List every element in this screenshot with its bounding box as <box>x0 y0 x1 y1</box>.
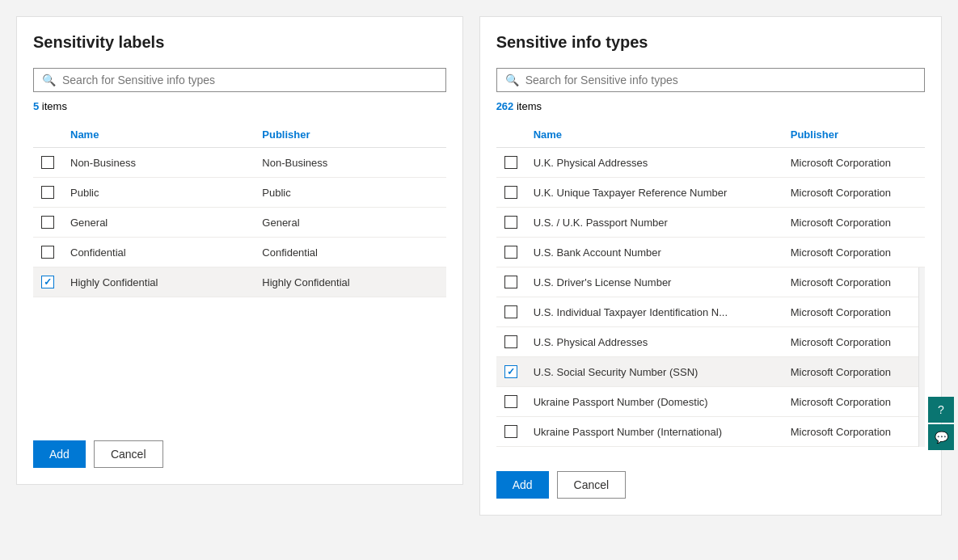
left-table: Name Publisher Non-Business Non-Business <box>33 122 446 297</box>
side-action-buttons: ? 💬 <box>928 397 954 450</box>
table-row[interactable]: U.K. Physical Addresses Microsoft Corpor… <box>496 148 925 178</box>
sensitivity-labels-panel: Sensitivity labels 🔍 5 items Name Publis… <box>16 16 463 485</box>
row-publisher: Microsoft Corporation <box>783 387 925 417</box>
right-count-label: items <box>517 100 542 112</box>
checkbox-cell[interactable]: ✓ <box>496 357 525 387</box>
row-name: U.S. Individual Taxpayer Identification … <box>525 297 783 327</box>
scrollbar[interactable] <box>918 267 925 447</box>
row-name: Public <box>62 178 254 208</box>
sensitive-info-types-panel: Sensitive info types 🔍 262 items Name Pu… <box>479 16 942 516</box>
checkbox-cell[interactable] <box>33 178 62 208</box>
right-col-name: Name <box>525 122 783 148</box>
table-row[interactable]: U.S. Physical Addresses Microsoft Corpor… <box>496 327 925 357</box>
table-row[interactable]: General General <box>33 208 446 238</box>
checkbox-cell[interactable] <box>496 238 525 267</box>
row-publisher: Microsoft Corporation <box>783 357 925 387</box>
checkbox-cell[interactable] <box>33 238 62 267</box>
row-publisher: General <box>254 208 445 238</box>
left-col-name: Name <box>62 122 254 148</box>
row-publisher: Microsoft Corporation <box>783 178 925 208</box>
row-publisher: Microsoft Corporation <box>783 297 925 327</box>
checkbox-cell[interactable] <box>496 327 525 357</box>
row-checkbox[interactable]: ✓ <box>41 276 54 288</box>
table-row[interactable]: U.S. Driver's License Number Microsoft C… <box>496 267 925 297</box>
table-row[interactable]: Confidential Confidential <box>33 238 446 267</box>
row-checkbox[interactable] <box>504 246 517 259</box>
table-row[interactable]: Non-Business Non-Business <box>33 148 446 178</box>
checkbox-cell[interactable]: ✓ <box>33 267 62 297</box>
checkbox-cell[interactable] <box>496 267 525 297</box>
table-row[interactable]: ✓ Highly Confidential Highly Confidentia… <box>33 267 446 297</box>
table-row[interactable]: U.K. Unique Taxpayer Reference Number Mi… <box>496 178 925 208</box>
chat-button[interactable]: 💬 <box>928 424 954 450</box>
row-publisher: Non-Business <box>254 148 445 178</box>
right-add-button[interactable]: Add <box>496 471 549 499</box>
checkbox-cell[interactable] <box>33 208 62 238</box>
table-row[interactable]: Ukraine Passport Number (International) … <box>496 417 925 447</box>
right-search-box[interactable]: 🔍 <box>496 68 925 92</box>
row-checkbox[interactable] <box>504 305 517 318</box>
left-add-button[interactable]: Add <box>33 440 86 468</box>
row-name: Confidential <box>62 238 254 267</box>
right-col-publisher: Publisher <box>783 122 925 148</box>
checkbox-cell[interactable] <box>496 178 525 208</box>
table-row[interactable]: Public Public <box>33 178 446 208</box>
row-checkbox[interactable] <box>504 425 517 438</box>
row-checkbox[interactable] <box>504 395 517 408</box>
right-button-row: Add Cancel <box>496 463 925 499</box>
row-publisher: Microsoft Corporation <box>783 148 925 178</box>
right-table-container: Name Publisher U.K. Physical Addresses M… <box>496 122 925 447</box>
table-row[interactable]: U.S. Bank Account Number Microsoft Corpo… <box>496 238 925 267</box>
table-row[interactable]: Ukraine Passport Number (Domestic) Micro… <box>496 387 925 417</box>
help-button[interactable]: ? <box>928 397 954 423</box>
right-items-count: 262 items <box>496 100 925 112</box>
table-row[interactable]: U.S. / U.K. Passport Number Microsoft Co… <box>496 208 925 238</box>
row-name: U.S. Driver's License Number <box>525 267 783 297</box>
checkmark: ✓ <box>507 366 515 377</box>
row-publisher: Microsoft Corporation <box>783 208 925 238</box>
row-publisher: Public <box>254 178 445 208</box>
left-search-input[interactable] <box>62 74 437 86</box>
row-name: U.S. / U.K. Passport Number <box>525 208 783 238</box>
table-row[interactable]: U.S. Individual Taxpayer Identification … <box>496 297 925 327</box>
left-count-number: 5 <box>33 100 39 112</box>
row-checkbox[interactable] <box>504 186 517 199</box>
row-publisher: Highly Confidential <box>254 267 445 297</box>
checkbox-cell[interactable] <box>496 148 525 178</box>
row-checkbox[interactable] <box>504 335 517 348</box>
row-checkbox[interactable] <box>504 216 517 229</box>
row-checkbox[interactable] <box>41 216 54 229</box>
checkbox-cell[interactable] <box>496 297 525 327</box>
row-checkbox[interactable] <box>41 246 54 259</box>
checkbox-cell[interactable] <box>496 208 525 238</box>
left-col-checkbox <box>33 122 62 148</box>
search-icon: 🔍 <box>42 74 56 86</box>
row-checkbox[interactable] <box>41 156 54 169</box>
left-search-box[interactable]: 🔍 <box>33 68 446 92</box>
row-checkbox[interactable] <box>41 186 54 199</box>
left-cancel-button[interactable]: Cancel <box>94 440 163 468</box>
row-name: Ukraine Passport Number (Domestic) <box>525 387 783 417</box>
row-name: General <box>62 208 254 238</box>
left-panel-title: Sensitivity labels <box>33 33 446 52</box>
row-publisher: Microsoft Corporation <box>783 327 925 357</box>
row-name: Non-Business <box>62 148 254 178</box>
row-checkbox[interactable] <box>504 276 517 288</box>
row-checkbox[interactable] <box>504 156 517 169</box>
row-publisher: Microsoft Corporation <box>783 417 925 447</box>
right-cancel-button[interactable]: Cancel <box>557 471 627 499</box>
left-items-count: 5 items <box>33 100 446 112</box>
row-name: U.S. Social Security Number (SSN) <box>525 357 783 387</box>
checkbox-cell[interactable] <box>496 417 525 447</box>
checkbox-cell[interactable] <box>33 148 62 178</box>
table-row[interactable]: ✓ U.S. Social Security Number (SSN) Micr… <box>496 357 925 387</box>
row-checkbox[interactable]: ✓ <box>504 365 517 378</box>
row-name: Ukraine Passport Number (International) <box>525 417 783 447</box>
row-name: U.S. Bank Account Number <box>525 238 783 267</box>
right-search-input[interactable] <box>525 74 916 86</box>
row-publisher: Microsoft Corporation <box>783 238 925 267</box>
right-table: Name Publisher U.K. Physical Addresses M… <box>496 122 925 447</box>
left-count-label: items <box>42 100 67 112</box>
checkbox-cell[interactable] <box>496 387 525 417</box>
row-name: U.K. Unique Taxpayer Reference Number <box>525 178 783 208</box>
